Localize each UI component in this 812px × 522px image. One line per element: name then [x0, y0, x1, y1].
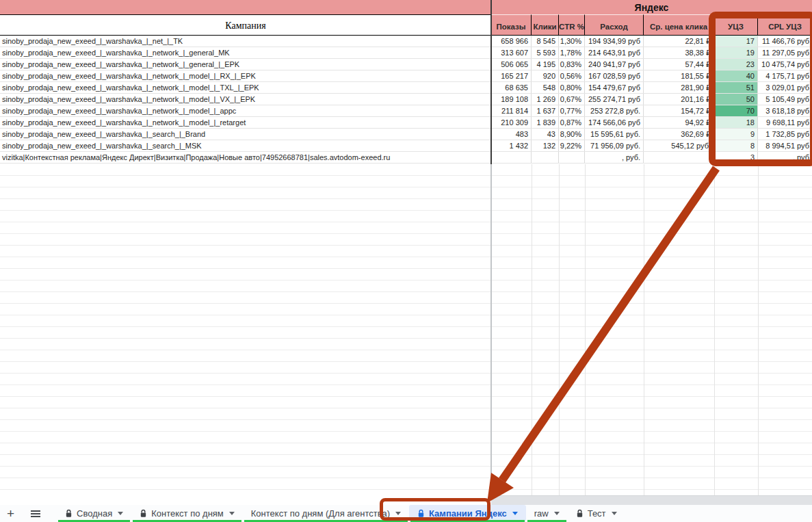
campaign-column-header[interactable]: Кампания	[0, 14, 491, 36]
cell-cpl[interactable]: 10 475,74 руб	[758, 59, 812, 70]
sheet-tab-5[interactable]: Тест	[568, 505, 625, 522]
cell-cost[interactable]: 214 643,91 руб	[585, 47, 644, 58]
cell-cpc[interactable]: 38,38 ₽	[644, 47, 714, 58]
cell-shows[interactable]: 313 607	[491, 47, 532, 58]
chevron-down-icon[interactable]	[554, 512, 560, 515]
cell-campaign[interactable]: sinoby_prodaja_new_exeed_|_warshavka_|_n…	[0, 117, 490, 128]
cell-cpl[interactable]: 9 698,11 руб	[758, 117, 812, 128]
cell-cpl[interactable]: 4 175,71 руб	[758, 70, 812, 81]
cell-ucz[interactable]: 3	[714, 152, 758, 163]
chevron-down-icon[interactable]	[512, 512, 518, 515]
add-sheet-button[interactable]: +	[7, 507, 14, 520]
cell-cost[interactable]: 154 479,67 руб	[585, 82, 644, 93]
cell-cpl[interactable]: 11 466,76 руб	[758, 36, 812, 47]
cell-cpl[interactable]: 11 297,05 руб	[758, 47, 812, 58]
cell-cpc[interactable]: 57,44 ₽	[644, 59, 714, 70]
cell-clicks[interactable]: 4 195	[532, 59, 559, 70]
column-header-ucz[interactable]: УЦЗ	[714, 14, 758, 36]
cell-cost[interactable]: 253 272,8 руб.	[585, 105, 644, 116]
cell-cpl[interactable]: 1 732,85 руб	[758, 129, 812, 140]
cell-clicks[interactable]	[532, 152, 559, 163]
cell-ctr[interactable]: 0,67%	[559, 94, 585, 105]
cell-cpl[interactable]: 3 618,18 руб	[758, 105, 812, 116]
cell-clicks[interactable]: 132	[532, 140, 559, 151]
column-header-cpl[interactable]: CPL УЦЗ	[758, 14, 812, 36]
cell-cpc[interactable]: 22,81 ₽	[644, 36, 714, 47]
cell-ucz[interactable]: 9	[714, 129, 758, 140]
cell-campaign[interactable]: sinoby_prodaja_new_exeed_|_warshavka_|_n…	[0, 105, 490, 116]
cell-ucz[interactable]: 50	[714, 94, 758, 105]
cell-campaign[interactable]: sinoby_prodaja_new_exeed_|_warshavka_|_n…	[0, 47, 490, 58]
cell-campaign[interactable]: sinoby_prodaja_new_exeed_|_warshavka_|_n…	[0, 36, 490, 47]
cell-ctr[interactable]: 9,22%	[559, 140, 585, 151]
cell-cost[interactable]: 240 941,97 руб	[585, 59, 644, 70]
cell-cpc[interactable]: 181,55 ₽	[644, 70, 714, 81]
cell-campaign[interactable]: sinoby_prodaja_new_exeed_|_warshavka_|_s…	[0, 140, 490, 151]
cell-cpc[interactable]: 201,16 ₽	[644, 94, 714, 105]
cell-cpc[interactable]: 94,92 ₽	[644, 117, 714, 128]
cell-ctr[interactable]: 0,56%	[559, 70, 585, 81]
cell-shows[interactable]: 506 065	[491, 59, 532, 70]
cell-clicks[interactable]: 43	[532, 129, 559, 140]
cell-cpl[interactable]: 3 029,01 руб	[758, 82, 812, 93]
cell-clicks[interactable]: 1 839	[532, 117, 559, 128]
chevron-down-icon[interactable]	[118, 512, 123, 515]
cell-cpl[interactable]: 5 105,49 руб	[758, 94, 812, 105]
cell-campaign[interactable]: sinoby_prodaja_new_exeed_|_warshavka_|_n…	[0, 94, 490, 105]
cell-ucz[interactable]: 8	[714, 140, 758, 151]
column-header-cpc[interactable]: Ср. цена клика	[644, 14, 714, 36]
cell-ucz[interactable]: 40	[714, 70, 758, 81]
cell-shows[interactable]: 165 217	[491, 70, 532, 81]
cell-shows[interactable]	[491, 152, 532, 163]
cell-campaign[interactable]: sinoby_prodaja_new_exeed_|_warshavka_|_n…	[0, 82, 490, 93]
cell-cpc[interactable]: 154,72 ₽	[644, 105, 714, 116]
column-header-shows[interactable]: Показы	[491, 14, 532, 36]
cell-ucz[interactable]: 23	[714, 59, 758, 70]
cell-cpc[interactable]	[644, 152, 714, 163]
cell-ucz[interactable]: 19	[714, 47, 758, 58]
cell-ctr[interactable]: 0,80%	[559, 82, 585, 93]
cell-campaign[interactable]: sinoby_prodaja_new_exeed_|_warshavka_|_n…	[0, 70, 490, 81]
cell-campaign[interactable]: sinoby_prodaja_new_exeed_|_warshavka_|_n…	[0, 59, 490, 70]
cell-shows[interactable]: 1 432	[491, 140, 532, 151]
sheet-tab-0[interactable]: Сводная	[57, 505, 131, 522]
cell-cost[interactable]: 194 934,99 руб	[585, 36, 644, 47]
cell-clicks[interactable]: 920	[532, 70, 559, 81]
cell-ctr[interactable]: 0,83%	[559, 59, 585, 70]
cell-campaign[interactable]: vizitka|Контекстная реклама|Яндекс Дирек…	[0, 152, 490, 163]
chevron-down-icon[interactable]	[229, 512, 235, 515]
cell-clicks[interactable]: 8 545	[532, 36, 559, 47]
cell-cpl[interactable]: , руб	[758, 152, 812, 163]
column-header-cost[interactable]: Расход	[585, 14, 644, 36]
cell-cpc[interactable]: 362,69 ₽	[644, 129, 714, 140]
sheet-tab-2[interactable]: Контекст по дням (Для агентства)	[243, 505, 409, 522]
cell-cpl[interactable]: 8 994,51 руб	[758, 140, 812, 151]
sheet-tab-4[interactable]: raw	[526, 505, 568, 522]
cell-shows[interactable]: 189 108	[491, 94, 532, 105]
cell-cost[interactable]: 15 595,61 руб.	[585, 129, 644, 140]
cell-shows[interactable]: 68 635	[491, 82, 532, 93]
cell-ctr[interactable]: 8,90%	[559, 129, 585, 140]
cell-cost[interactable]: 167 028,59 руб	[585, 70, 644, 81]
cell-ctr[interactable]: 0,77%	[559, 105, 585, 116]
cell-ctr[interactable]: 1,78%	[559, 47, 585, 58]
column-header-clicks[interactable]: Клики	[532, 14, 559, 36]
chevron-down-icon[interactable]	[612, 512, 617, 515]
cell-cost[interactable]: , руб.	[585, 152, 644, 163]
cell-ctr[interactable]	[559, 152, 585, 163]
cell-shows[interactable]: 483	[491, 129, 532, 140]
cell-campaign[interactable]: sinoby_prodaja_new_exeed_|_warshavka_|_s…	[0, 129, 490, 140]
cell-ucz[interactable]: 17	[714, 36, 758, 47]
sheet-tab-3[interactable]: Кампании Яндекс	[409, 505, 526, 522]
cell-ctr[interactable]: 1,30%	[559, 36, 585, 47]
cell-cost[interactable]: 71 956,09 руб.	[585, 140, 644, 151]
sheet-tab-1[interactable]: Контекст по дням	[131, 505, 243, 522]
cell-clicks[interactable]: 548	[532, 82, 559, 93]
cell-cost[interactable]: 174 566,06 руб	[585, 117, 644, 128]
cell-cpc[interactable]: 545,12 руб.	[644, 140, 714, 151]
cell-ctr[interactable]: 0,87%	[559, 117, 585, 128]
horizontal-scrollbar[interactable]	[491, 495, 812, 505]
cell-ucz[interactable]: 70	[714, 105, 758, 116]
cell-ucz[interactable]: 51	[714, 82, 758, 93]
cell-clicks[interactable]: 1 637	[532, 105, 559, 116]
